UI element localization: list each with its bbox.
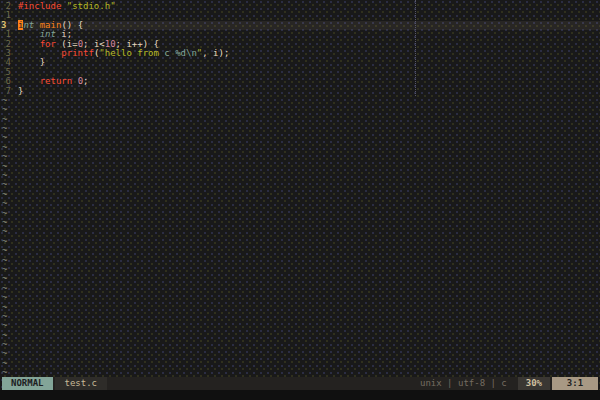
syntax-token: } bbox=[18, 86, 23, 96]
empty-buffer-line: ~ bbox=[0, 105, 600, 114]
code-text bbox=[18, 68, 600, 77]
code-text: return 0; bbox=[18, 77, 600, 86]
fileinfo-label: unix | utf-8 | c bbox=[414, 377, 513, 390]
color-column-ruler bbox=[415, 0, 416, 96]
empty-buffer-line: ~ bbox=[0, 331, 600, 340]
empty-buffer-line: ~ bbox=[0, 124, 600, 133]
scroll-percent-label: 30% bbox=[518, 377, 550, 390]
empty-buffer-line: ~ bbox=[0, 180, 600, 189]
syntax-token: #include bbox=[18, 1, 67, 11]
empty-buffer-line: ~ bbox=[0, 349, 600, 358]
code-line[interactable]: 6 return 0; bbox=[0, 77, 600, 86]
empty-buffer-line: ~ bbox=[0, 227, 600, 236]
code-text: #include "stdio.h" bbox=[18, 2, 600, 11]
mode-indicator: NORMAL bbox=[2, 377, 53, 390]
filename-label: test.c bbox=[55, 377, 108, 390]
statusline-spacer bbox=[107, 377, 414, 390]
code-text: } bbox=[18, 58, 600, 67]
syntax-token: "stdio.h" bbox=[67, 1, 116, 11]
empty-buffer-line: ~ bbox=[0, 152, 600, 161]
empty-buffer-line: ~ bbox=[0, 199, 600, 208]
empty-buffer-line: ~ bbox=[0, 303, 600, 312]
empty-buffer-line: ~ bbox=[0, 133, 600, 142]
text-buffer[interactable]: 2#include "stdio.h"13int main() {1 int i… bbox=[0, 0, 600, 379]
code-line[interactable]: 7} bbox=[0, 87, 600, 96]
status-bar: NORMAL test.c unix | utf-8 | c 30% 3:1 bbox=[2, 377, 598, 390]
code-line[interactable]: 1 bbox=[0, 11, 600, 20]
empty-buffer-line: ~ bbox=[0, 246, 600, 255]
empty-buffer-line: ~ bbox=[0, 340, 600, 349]
empty-buffer-line: ~ bbox=[0, 96, 600, 105]
code-line-current[interactable]: 3int main() { bbox=[0, 21, 600, 30]
empty-buffer-line: ~ bbox=[0, 143, 600, 152]
empty-buffer-line: ~ bbox=[0, 209, 600, 218]
syntax-token: "hello from bbox=[99, 48, 164, 58]
empty-buffer-line: ~ bbox=[0, 115, 600, 124]
empty-buffer-line: ~ bbox=[0, 321, 600, 330]
command-line[interactable] bbox=[0, 390, 600, 400]
empty-buffer-line: ~ bbox=[0, 190, 600, 199]
syntax-token: c %d\n bbox=[164, 48, 197, 58]
syntax-token: return bbox=[40, 76, 73, 86]
empty-buffer-line: ~ bbox=[0, 284, 600, 293]
empty-buffer-line: ~ bbox=[0, 171, 600, 180]
syntax-token: ; bbox=[83, 76, 88, 86]
code-text bbox=[18, 11, 600, 20]
code-line[interactable]: 4 } bbox=[0, 58, 600, 67]
empty-buffer-line: ~ bbox=[0, 359, 600, 368]
code-text: printf("hello from c %d\n", i); bbox=[18, 49, 600, 58]
code-line[interactable]: 5 bbox=[0, 68, 600, 77]
empty-buffer-line: ~ bbox=[0, 265, 600, 274]
cursor-position-label: 3:1 bbox=[552, 377, 598, 390]
code-line[interactable]: 3 printf("hello from c %d\n", i); bbox=[0, 49, 600, 58]
empty-buffer-line: ~ bbox=[0, 274, 600, 283]
code-line[interactable]: 2#include "stdio.h" bbox=[0, 2, 600, 11]
code-text: } bbox=[18, 87, 600, 96]
syntax-token: printf bbox=[61, 48, 94, 58]
empty-buffer-line: ~ bbox=[0, 293, 600, 302]
syntax-token: } bbox=[18, 57, 45, 67]
empty-buffer-line: ~ bbox=[0, 218, 600, 227]
empty-buffer-line: ~ bbox=[0, 237, 600, 246]
empty-buffer-line: ~ bbox=[0, 256, 600, 265]
empty-buffer-line: ~ bbox=[0, 162, 600, 171]
syntax-token: , i); bbox=[202, 48, 229, 58]
empty-buffer-line: ~ bbox=[0, 312, 600, 321]
vim-editor-window: 2#include "stdio.h"13int main() {1 int i… bbox=[0, 0, 600, 400]
code-text: int main() { bbox=[18, 21, 600, 30]
